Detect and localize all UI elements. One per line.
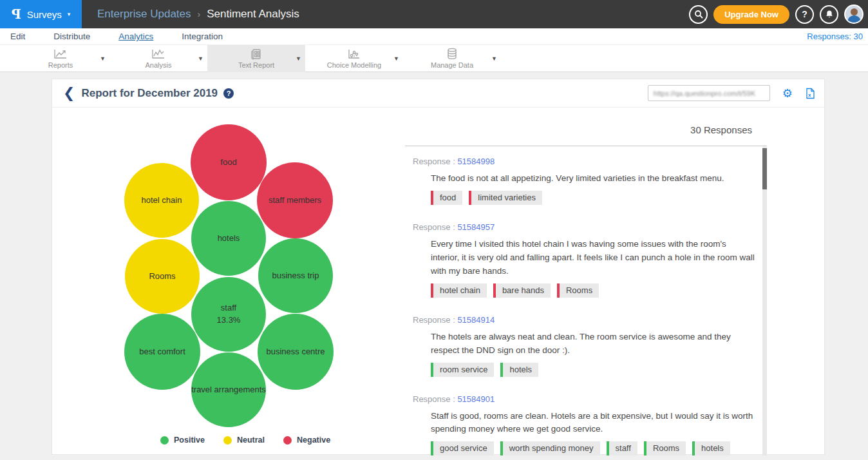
bubble-staff-members[interactable]: staff members (257, 162, 333, 238)
responses-count: Responses: 30 (807, 32, 863, 41)
sentiment-tag-rooms[interactable]: Rooms (644, 441, 686, 455)
search-button[interactable] (689, 5, 708, 24)
bubble-rooms[interactable]: Rooms (125, 239, 200, 314)
legend-label: Neutral (237, 436, 265, 445)
analytics-toolbar: Reports ▼ Analysis ▼ Text Report ▼ Choic… (0, 45, 868, 72)
bubble-business-centre[interactable]: business centre (258, 314, 334, 390)
legend-item-negative: Negative (283, 436, 330, 445)
menu-item-analytics[interactable]: Analytics (118, 32, 153, 41)
legend-item-neutral: Neutral (223, 436, 265, 445)
breadcrumb: Enterprise Updates › Sentiment Analysis (97, 8, 299, 21)
bubble-hotel-chain[interactable]: hotel chain (124, 163, 199, 238)
bubble-label: hotels (218, 233, 240, 245)
report-title: Report for December 2019 (81, 87, 218, 100)
menu-item-integration[interactable]: Integration (182, 32, 223, 41)
bubble-staff[interactable]: staff13.3% (191, 277, 266, 352)
sentiment-tag-good-service[interactable]: good service (431, 441, 494, 455)
bubble-label: business centre (266, 346, 325, 358)
chevron-down-icon[interactable]: ▼ (296, 55, 301, 62)
legend-dot-icon (283, 436, 292, 445)
response-id-link[interactable]: 51584914 (457, 315, 495, 325)
chevron-down-icon[interactable]: ▼ (393, 55, 399, 62)
back-button[interactable]: ❮ (63, 86, 75, 101)
bubble-best-comfort[interactable]: best comfort (124, 314, 200, 390)
report-header: ❮ Report for December 2019 ? https://qa.… (52, 79, 824, 108)
legend-dot-icon (160, 436, 169, 445)
response-label: Response : 51584998 (413, 157, 758, 166)
upgrade-now-button[interactable]: Upgrade Now (713, 5, 789, 24)
sentiment-tag-room-service[interactable]: room service (431, 363, 494, 377)
legend-item-positive: Positive (160, 436, 205, 445)
sentiment-tag-bare-hands[interactable]: bare hands (493, 283, 551, 298)
trend-chart-icon (151, 48, 166, 60)
legend-dot-icon (223, 436, 232, 445)
survey-menu-bar: Edit Distribute Analytics Integration Re… (0, 28, 868, 45)
toolbar-item-label: Choice Modelling (327, 61, 381, 69)
response-entry: Response : 51584901Staff is good, rooms … (413, 394, 758, 455)
chevron-down-icon[interactable]: ▼ (100, 55, 106, 62)
toolbar-item-label: Manage Data (431, 61, 473, 69)
sentiment-tag-food[interactable]: food (431, 191, 462, 205)
surveys-product-switcher[interactable]: P Surveys ▾ (0, 0, 82, 28)
toolbar-item-label: Text Report (238, 61, 274, 69)
response-text: Staff is good, rooms are clean. Hotels a… (431, 410, 756, 437)
sentiment-tag-hotel-chain[interactable]: hotel chain (431, 283, 487, 298)
user-avatar[interactable] (844, 5, 863, 24)
response-id-link[interactable]: 51584901 (457, 394, 495, 404)
sentiment-tag-hotels[interactable]: hotels (500, 363, 538, 377)
toolbar-item-choice-modelling[interactable]: Choice Modelling ▼ (305, 45, 403, 72)
scrollbar-thumb[interactable] (762, 148, 767, 189)
response-text: The food is not at all appetizing. Very … (431, 172, 756, 186)
response-text: The hotels are always neat and clean. Th… (431, 331, 756, 358)
share-url-input[interactable]: https://qa.questionpro.com/t/59K (648, 85, 770, 101)
toolbar-item-manage-data[interactable]: Manage Data ▼ (403, 45, 501, 72)
response-entry: Response : 51584957Every time I visited … (413, 222, 758, 298)
sentiment-tag-limited-varieties[interactable]: limited varieties (469, 191, 542, 205)
bubble-label: staff (221, 302, 236, 314)
top-actions: Upgrade Now ? (689, 5, 868, 24)
response-entry: Response : 51584998The food is not at al… (413, 157, 758, 205)
legend-label: Negative (297, 436, 330, 445)
bubble-hotels[interactable]: hotels (191, 201, 266, 276)
sentiment-tag-staff[interactable]: staff (607, 441, 637, 455)
bubble-travel-arrangements[interactable]: travel arrangements (191, 352, 266, 427)
report-help-icon[interactable]: ? (223, 88, 234, 99)
toolbar-item-text-report[interactable]: Text Report ▼ (207, 45, 305, 72)
help-button[interactable]: ? (795, 5, 814, 24)
chart-legend: PositiveNeutralNegative (160, 436, 330, 445)
menu-item-edit[interactable]: Edit (10, 32, 25, 41)
response-tags: foodlimited varieties (431, 191, 758, 205)
bubble-label: best comfort (139, 346, 185, 358)
notifications-button[interactable] (820, 5, 838, 24)
sentiment-tag-worth-spending-money[interactable]: worth spending money (500, 441, 600, 455)
chevron-down-icon[interactable]: ▼ (491, 55, 497, 62)
sentiment-bubble-chart: foodhotel chainstaff membershotelsRoomsb… (71, 122, 342, 415)
bubble-business-trip[interactable]: business trip (258, 238, 333, 313)
bubble-food[interactable]: food (191, 124, 267, 200)
breadcrumb-separator: › (198, 9, 201, 19)
bubble-label: Rooms (149, 271, 175, 283)
question-mark-icon: ? (802, 9, 807, 19)
breadcrumb-survey-name[interactable]: Enterprise Updates (97, 8, 191, 21)
toolbar-item-reports[interactable]: Reports ▼ (12, 45, 109, 72)
response-id-link[interactable]: 51584998 (457, 157, 495, 166)
response-id-link[interactable]: 51584957 (457, 222, 495, 232)
product-name: Surveys (27, 9, 62, 20)
chevron-down-icon: ▾ (68, 11, 71, 17)
responses-list: Response : 51584998The food is not at al… (405, 146, 758, 455)
toolbar-item-analysis[interactable]: Analysis ▼ (109, 45, 207, 72)
sentiment-tag-rooms[interactable]: Rooms (557, 283, 599, 298)
export-excel-icon[interactable]: x (805, 88, 815, 99)
menu-item-distribute[interactable]: Distribute (53, 32, 90, 41)
response-tags: hotel chainbare handsRooms (431, 283, 758, 298)
legend-label: Positive (174, 436, 205, 445)
responses-heading: 30 Responses (690, 124, 752, 135)
toolbar-item-label: Reports (48, 61, 73, 69)
settings-gear-icon[interactable]: ⚙ (782, 88, 793, 99)
response-entry: Response : 51584914The hotels are always… (413, 315, 758, 377)
chevron-down-icon[interactable]: ▼ (198, 55, 203, 62)
sentiment-tag-hotels[interactable]: hotels (692, 441, 730, 455)
line-chart-icon (53, 48, 68, 60)
database-icon (446, 48, 458, 60)
scrollbar-track[interactable] (762, 147, 767, 455)
